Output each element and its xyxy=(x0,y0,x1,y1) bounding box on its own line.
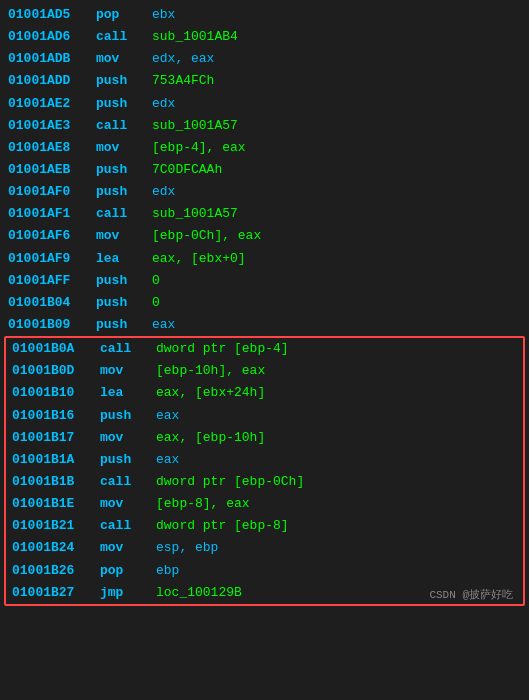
code-line: 01001AE2pushedx xyxy=(0,93,529,115)
code-line: 01001ADBmovedx, eax xyxy=(0,48,529,70)
code-line: 01001B09pusheax xyxy=(0,314,529,336)
address: 01001B24 xyxy=(12,538,92,558)
operand: sub_1001A57 xyxy=(152,204,238,224)
address: 01001B0D xyxy=(12,361,92,381)
pre-highlight-lines: 01001AD5popebx01001AD6callsub_1001AB4010… xyxy=(0,4,529,336)
mnemonic: mov xyxy=(100,428,148,448)
code-line: 01001B17moveax, [ebp-10h] xyxy=(6,427,523,449)
operand: edx, eax xyxy=(152,49,214,69)
mnemonic: mov xyxy=(96,226,144,246)
code-line: 01001AE8mov[ebp-4], eax xyxy=(0,137,529,159)
mnemonic: call xyxy=(96,27,144,47)
operand: sub_1001AB4 xyxy=(152,27,238,47)
operand: eax, [ebx+24h] xyxy=(156,383,265,403)
code-line: 01001B1Apusheax xyxy=(6,449,523,471)
mnemonic: push xyxy=(96,71,144,91)
code-line: 01001ADDpush753A4FCh xyxy=(0,70,529,92)
mnemonic: lea xyxy=(100,383,148,403)
operand: edx xyxy=(152,94,175,114)
operand: 753A4FCh xyxy=(152,71,214,91)
address: 01001B0A xyxy=(12,339,92,359)
operand: 0 xyxy=(152,293,160,313)
operand: loc_100129B xyxy=(156,583,242,603)
operand: eax, [ebp-10h] xyxy=(156,428,265,448)
address: 01001ADD xyxy=(8,71,88,91)
mnemonic: push xyxy=(96,94,144,114)
address: 01001AE2 xyxy=(8,94,88,114)
mnemonic: push xyxy=(96,315,144,335)
mnemonic: push xyxy=(100,450,148,470)
code-line: 01001AF6mov[ebp-0Ch], eax xyxy=(0,225,529,247)
address: 01001AF0 xyxy=(8,182,88,202)
address: 01001B1B xyxy=(12,472,92,492)
operand: dword ptr [ebp-8] xyxy=(156,516,289,536)
code-line: 01001B24movesp, ebp xyxy=(6,537,523,559)
code-line: 01001B1Emov[ebp-8], eax xyxy=(6,493,523,515)
address: 01001AEB xyxy=(8,160,88,180)
mnemonic: push xyxy=(96,293,144,313)
operand: edx xyxy=(152,182,175,202)
address: 01001B21 xyxy=(12,516,92,536)
operand: dword ptr [ebp-0Ch] xyxy=(156,472,304,492)
code-line: 01001AFFpush0 xyxy=(0,270,529,292)
address: 01001B27 xyxy=(12,583,92,603)
address: 01001AF1 xyxy=(8,204,88,224)
address: 01001AE3 xyxy=(8,116,88,136)
highlighted-block: 01001B0Acalldword ptr [ebp-4]01001B0Dmov… xyxy=(4,336,525,606)
address: 01001B10 xyxy=(12,383,92,403)
address: 01001AF6 xyxy=(8,226,88,246)
operand: ebp xyxy=(156,561,179,581)
mnemonic: mov xyxy=(96,49,144,69)
address: 01001B17 xyxy=(12,428,92,448)
mnemonic: push xyxy=(96,160,144,180)
address: 01001ADB xyxy=(8,49,88,69)
operand: eax xyxy=(152,315,175,335)
mnemonic: mov xyxy=(100,361,148,381)
operand: [ebp-4], eax xyxy=(152,138,246,158)
mnemonic: call xyxy=(96,204,144,224)
operand: 0 xyxy=(152,271,160,291)
code-line: 01001AD5popebx xyxy=(0,4,529,26)
mnemonic: lea xyxy=(96,249,144,269)
address: 01001B16 xyxy=(12,406,92,426)
address: 01001B09 xyxy=(8,315,88,335)
mnemonic: pop xyxy=(96,5,144,25)
operand: ebx xyxy=(152,5,175,25)
code-line: 01001B04push0 xyxy=(0,292,529,314)
address: 01001AF9 xyxy=(8,249,88,269)
code-line: 01001B10leaeax, [ebx+24h] xyxy=(6,382,523,404)
address: 01001B26 xyxy=(12,561,92,581)
operand: eax, [ebx+0] xyxy=(152,249,246,269)
code-line: 01001B1Bcalldword ptr [ebp-0Ch] xyxy=(6,471,523,493)
code-line: 01001B16pusheax xyxy=(6,405,523,427)
operand: [ebp-8], eax xyxy=(156,494,250,514)
code-line: 01001AD6callsub_1001AB4 xyxy=(0,26,529,48)
code-line: 01001B21calldword ptr [ebp-8] xyxy=(6,515,523,537)
mnemonic: call xyxy=(96,116,144,136)
code-line: 01001B26popebp xyxy=(6,560,523,582)
operand: 7C0DFCAAh xyxy=(152,160,222,180)
mnemonic: call xyxy=(100,472,148,492)
code-line: 01001AF0pushedx xyxy=(0,181,529,203)
mnemonic: pop xyxy=(100,561,148,581)
mnemonic: mov xyxy=(96,138,144,158)
code-line: 01001AF1callsub_1001A57 xyxy=(0,203,529,225)
mnemonic: push xyxy=(96,182,144,202)
address: 01001B1A xyxy=(12,450,92,470)
mnemonic: mov xyxy=(100,538,148,558)
mnemonic: call xyxy=(100,339,148,359)
address: 01001AD6 xyxy=(8,27,88,47)
operand: [ebp-10h], eax xyxy=(156,361,265,381)
code-line: 01001AE3callsub_1001A57 xyxy=(0,115,529,137)
operand: dword ptr [ebp-4] xyxy=(156,339,289,359)
address: 01001AD5 xyxy=(8,5,88,25)
watermark: CSDN @披萨好吃 xyxy=(429,587,513,602)
address: 01001B04 xyxy=(8,293,88,313)
code-line: 01001B0Acalldword ptr [ebp-4] xyxy=(6,338,523,360)
mnemonic: call xyxy=(100,516,148,536)
code-line: 01001AEBpush7C0DFCAAh xyxy=(0,159,529,181)
address: 01001AE8 xyxy=(8,138,88,158)
mnemonic: mov xyxy=(100,494,148,514)
code-line: 01001AF9leaeax, [ebx+0] xyxy=(0,248,529,270)
mnemonic: jmp xyxy=(100,583,148,603)
